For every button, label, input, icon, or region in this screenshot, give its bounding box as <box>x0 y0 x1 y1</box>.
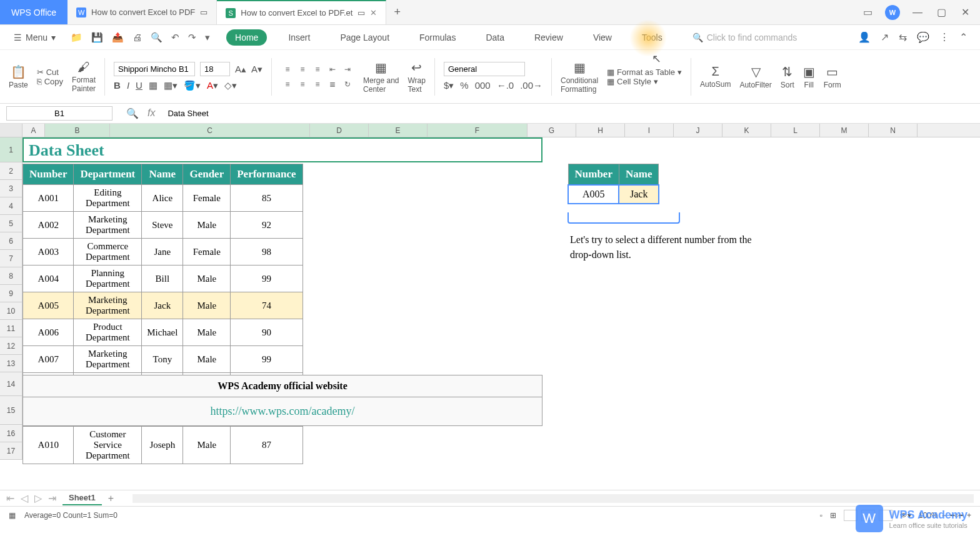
format-as-table-button[interactable]: ▦Format as Table▾ <box>607 67 682 77</box>
table-header[interactable]: Gender <box>183 164 231 185</box>
table-cell[interactable]: 85 <box>231 185 302 212</box>
align-top-left[interactable]: ≡ <box>281 62 294 76</box>
tab-menu-icon[interactable]: ▭ <box>358 8 365 17</box>
align-bottom-center[interactable]: ≡ <box>296 77 309 91</box>
table-cell[interactable]: Bill <box>142 266 183 292</box>
align-top-right[interactable]: ≡ <box>311 62 324 76</box>
zoom-in-icon[interactable]: + <box>967 511 971 520</box>
table-cell[interactable]: Joseph <box>142 427 183 464</box>
align-top-center[interactable]: ≡ <box>296 62 309 76</box>
underline-button[interactable]: U <box>136 80 142 91</box>
row-header-2[interactable]: 2 <box>0 162 22 180</box>
sheet-tab-1[interactable]: Sheet1 <box>62 491 102 505</box>
clear-format-button[interactable]: ◇▾ <box>224 80 237 91</box>
table-row[interactable]: A004Planning DepartmentBillMale99 <box>23 266 303 292</box>
indent-decrease[interactable]: ⇤ <box>326 62 339 76</box>
column-header-I[interactable]: I <box>625 124 674 137</box>
tab-menu-icon[interactable]: ▭ <box>200 7 208 17</box>
sheet-prev-icon[interactable]: ◁ <box>21 492 28 504</box>
tab-review[interactable]: Review <box>526 29 572 46</box>
encrypt-icon[interactable]: ▫ <box>820 511 822 520</box>
table-cell[interactable]: Product Department <box>74 319 142 346</box>
tab-formulas[interactable]: Formulas <box>411 29 464 46</box>
export-icon[interactable]: ↗ <box>881 31 889 43</box>
font-size-select[interactable] <box>200 62 230 76</box>
row-header-5[interactable]: 5 <box>0 215 22 232</box>
maximize-icon[interactable]: ▢ <box>935 6 948 19</box>
fill-color-button[interactable]: 🪣▾ <box>184 80 201 91</box>
share-icon[interactable]: 👤 <box>858 31 871 43</box>
column-header-N[interactable]: N <box>869 124 918 137</box>
lookup-header[interactable]: Name <box>619 164 658 186</box>
table-cell[interactable]: A005 <box>23 292 74 319</box>
row-header-4[interactable]: 4 <box>0 197 22 215</box>
percent-button[interactable]: % <box>460 80 468 91</box>
column-header-D[interactable]: D <box>310 124 369 137</box>
table-cell[interactable]: Editing Department <box>74 185 142 212</box>
data-title-cell[interactable]: Data Sheet <box>22 137 542 162</box>
document-tab-2[interactable]: S How to convert Excel to PDF.et ▭ ✕ <box>217 0 386 24</box>
cell-style-button[interactable]: ▦Cell Style▾ <box>607 77 682 86</box>
table-cell[interactable]: Customer Service Department <box>74 427 142 464</box>
tab-page-layout[interactable]: Page Layout <box>331 29 398 46</box>
table-row[interactable]: A001Editing DepartmentAliceFemale85 <box>23 185 303 212</box>
table-cell[interactable]: 99 <box>231 346 302 373</box>
minimize-icon[interactable]: — <box>911 6 924 19</box>
align-justify[interactable]: ≣ <box>326 77 339 91</box>
table-cell[interactable]: Female <box>183 185 231 212</box>
lookup-cell[interactable]: A005 <box>568 185 619 204</box>
column-header-M[interactable]: M <box>820 124 869 137</box>
table-cell[interactable]: 99 <box>231 266 302 292</box>
grid-icon[interactable]: ⊞ <box>830 511 836 520</box>
row-header-10[interactable]: 10 <box>0 302 22 320</box>
merge-center-button[interactable]: ▦ Merge and Center <box>363 60 399 94</box>
tab-data[interactable]: Data <box>477 29 513 46</box>
table-header[interactable]: Performance <box>231 164 302 185</box>
row-header-11[interactable]: 11 <box>0 320 22 337</box>
table-cell[interactable]: Marketing Department <box>74 292 142 319</box>
table-cell[interactable]: Alice <box>142 185 183 212</box>
row-header-15[interactable]: 15 <box>0 396 22 425</box>
table-cell[interactable]: Marketing Department <box>74 212 142 239</box>
add-sheet-button[interactable]: + <box>108 493 114 504</box>
table-cell[interactable]: 74 <box>231 292 302 319</box>
tab-home[interactable]: Home <box>226 29 267 46</box>
footer-url[interactable]: https://www.wps.com/academy/ <box>23 397 542 425</box>
fill-button[interactable]: ▣ Fill <box>803 64 815 89</box>
wps-logo-icon[interactable]: W <box>885 5 900 20</box>
collapse-ribbon-icon[interactable]: ⌃ <box>959 31 968 43</box>
column-header-L[interactable]: L <box>771 124 820 137</box>
table-cell[interactable]: Commerce Department <box>74 239 142 266</box>
table-cell[interactable]: A010 <box>23 427 74 464</box>
autofilter-button[interactable]: ▽ AutoFilter <box>739 64 771 89</box>
column-header-E[interactable]: E <box>369 124 428 137</box>
number-format-select[interactable] <box>444 62 525 76</box>
table-cell[interactable]: A003 <box>23 239 74 266</box>
align-bottom-right[interactable]: ≡ <box>311 77 324 91</box>
row-header-9[interactable]: 9 <box>0 285 22 302</box>
spreadsheet-grid[interactable]: ABCDEFGHIJKLMN 1234567891011121314151617… <box>0 124 980 490</box>
document-tab-1[interactable]: W How to convert Excel to PDF ▭ <box>68 0 217 24</box>
table-header[interactable]: Number <box>23 164 74 185</box>
sheet-last-icon[interactable]: ⇥ <box>48 492 56 504</box>
lookup-table[interactable]: NumberName A005Jack <box>568 164 659 204</box>
lookup-cell[interactable]: Jack <box>619 185 658 204</box>
tab-insert[interactable]: Insert <box>279 29 319 46</box>
table-cell[interactable]: 98 <box>231 239 302 266</box>
table-cell[interactable]: Jane <box>142 239 183 266</box>
table-cell[interactable]: Michael <box>142 319 183 346</box>
decrease-decimal[interactable]: ←.0 <box>497 80 514 91</box>
tab-view[interactable]: View <box>584 29 621 46</box>
table-cell[interactable]: A006 <box>23 319 74 346</box>
row-header-12[interactable]: 12 <box>0 337 22 355</box>
qat-dropdown-icon[interactable]: ▾ <box>205 32 210 43</box>
column-header-F[interactable]: F <box>428 124 528 137</box>
table-cell[interactable]: Male <box>183 346 231 373</box>
form-button[interactable]: ▭ Form <box>824 64 841 89</box>
table-cell[interactable]: Male <box>183 292 231 319</box>
currency-button[interactable]: $▾ <box>444 80 454 91</box>
row-header-16[interactable]: 16 <box>0 425 22 442</box>
menu-button[interactable]: ☰ Menu ▾ <box>9 30 61 45</box>
redo-icon[interactable]: ↷ <box>188 32 196 43</box>
zoom-icon[interactable]: 🔍 <box>126 107 139 119</box>
